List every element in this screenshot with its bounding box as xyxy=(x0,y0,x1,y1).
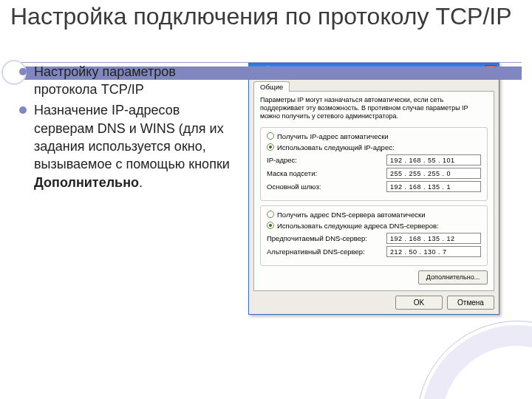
label-dns2: Альтернативный DNS-сервер: xyxy=(267,248,386,256)
ip-field[interactable]: 192 . 168 . 55 . 101 xyxy=(386,154,481,166)
advanced-button[interactable]: Дополнительно... xyxy=(418,270,488,284)
bullet-text: Назначение IP-адресов серверам DNS и WIN… xyxy=(34,103,230,171)
bullet-text: Настройку параметров протокола TCP/IP xyxy=(34,64,176,97)
bullet-list: Настройку параметров протокола TCP/IP На… xyxy=(16,63,238,315)
radio-label: Получить адрес DNS-сервера автоматически xyxy=(277,211,426,219)
radio-label: Получить IP-адрес автоматически xyxy=(277,132,389,140)
ok-button[interactable]: OK xyxy=(395,296,443,310)
list-item: Настройку параметров протокола TCP/IP xyxy=(16,63,238,99)
cancel-button[interactable]: Отмена xyxy=(447,296,494,310)
label-dns1: Предпочитаемый DNS-сервер: xyxy=(267,234,386,242)
page-title: Настройка подключения по протоколу TCP/I… xyxy=(10,3,522,30)
tab-general[interactable]: Общие xyxy=(253,81,290,92)
dialog-window: Свойства: Протокол Интернета (TCP/IP) × … xyxy=(248,63,499,315)
radio-auto-dns[interactable] xyxy=(267,211,274,218)
hint-text: Параметры IP могут назначаться автоматич… xyxy=(260,96,488,121)
radio-manual-ip[interactable] xyxy=(267,143,274,151)
gateway-field[interactable]: 192 . 168 . 135 . 1 xyxy=(386,181,481,192)
bullet-emphasis: Дополнительно xyxy=(34,175,139,190)
label-mask: Маска подсети: xyxy=(267,169,386,177)
mask-field[interactable]: 255 . 255 . 255 . 0 xyxy=(386,168,481,179)
list-item: Назначение IP-адресов серверам DNS и WIN… xyxy=(16,101,238,191)
label-gateway: Основной шлюз: xyxy=(267,183,386,191)
radio-label: Использовать следующие адреса DNS-сервер… xyxy=(277,222,439,230)
bullet-text: . xyxy=(139,175,143,190)
label-ip: IP-адрес: xyxy=(267,156,386,164)
radio-label: Использовать следующий IP-адрес: xyxy=(277,143,395,151)
dns2-field[interactable]: 212 . 50 . 130 . 7 xyxy=(386,246,481,257)
dns1-field[interactable]: 192 . 168 . 135 . 12 xyxy=(386,233,481,244)
radio-manual-dns[interactable] xyxy=(267,222,274,229)
radio-auto-ip[interactable] xyxy=(267,132,274,140)
